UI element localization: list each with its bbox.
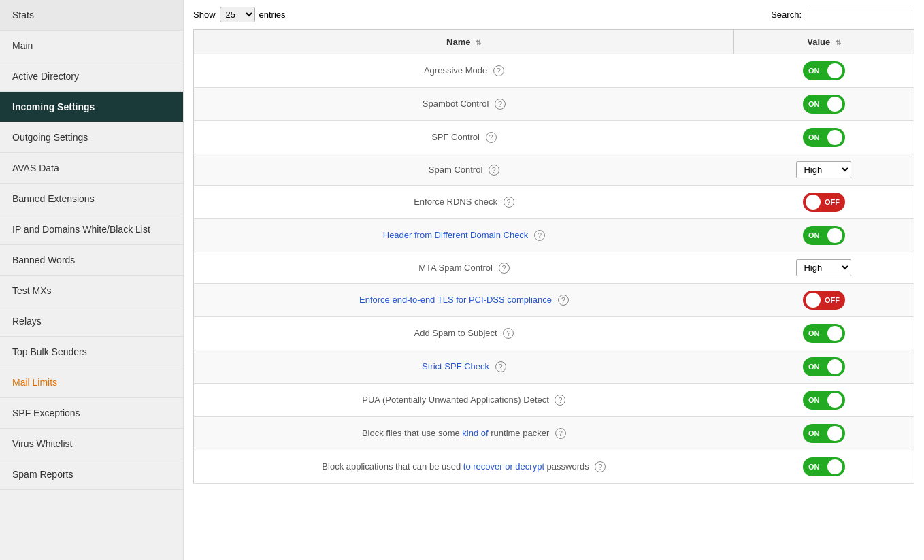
setting-label: Spam Control: [429, 165, 482, 175]
setting-name-enforce-rdns-check: Enforce RDNS check ?: [194, 186, 734, 219]
setting-label: Enforce end-to-end TLS for PCI-DSS compl…: [359, 295, 552, 305]
sidebar-item-active-directory[interactable]: Active Directory: [0, 61, 183, 92]
table-row: Agressive Mode ? ON: [194, 54, 914, 88]
help-icon[interactable]: ?: [493, 65, 504, 76]
help-icon[interactable]: ?: [499, 263, 510, 274]
toggle-circle: [827, 63, 842, 78]
value-select-mta-spam-control[interactable]: LowMediumHigh: [796, 259, 851, 276]
value-select-spam-control[interactable]: LowMediumHigh: [796, 161, 851, 178]
sidebar-item-incoming-settings[interactable]: Incoming Settings: [0, 92, 183, 122]
sidebar-item-relays[interactable]: Relays: [0, 306, 183, 337]
setting-value-enforce-tls-pci: OFF: [734, 284, 914, 317]
name-sort-arrows[interactable]: ⇅: [476, 39, 481, 46]
toggle-on-strict-spf-check[interactable]: ON: [803, 357, 845, 376]
setting-label: MTA Spam Control: [418, 263, 493, 273]
table-row: Spambot Control ? ON: [194, 88, 914, 121]
toggle-on-block-runtime-packer[interactable]: ON: [803, 424, 845, 443]
toggle-on-spf-control[interactable]: ON: [803, 128, 845, 147]
toggle-circle: [806, 195, 821, 210]
setting-label: Enforce RDNS check: [414, 197, 497, 207]
entries-select[interactable]: 102550100: [220, 7, 255, 22]
setting-name-spam-control: Spam Control ?: [194, 154, 734, 186]
sidebar-item-top-bulk-senders[interactable]: Top Bulk Senders: [0, 337, 183, 367]
toggle-label: ON: [808, 231, 820, 240]
search-input[interactable]: [806, 7, 914, 22]
sidebar-item-avas-data[interactable]: AVAS Data: [0, 153, 183, 184]
help-icon[interactable]: ?: [534, 230, 545, 241]
sidebar-item-test-mxs[interactable]: Test MXs: [0, 276, 183, 306]
table-row: Strict SPF Check ? ON: [194, 350, 914, 384]
show-label: Show: [193, 10, 216, 20]
toggle-circle: [827, 459, 842, 474]
value-column-header: Value ⇅: [734, 30, 914, 54]
toggle-circle: [827, 326, 842, 341]
toggle-off-enforce-tls-pci[interactable]: OFF: [803, 291, 845, 310]
toggle-off-enforce-rdns-check[interactable]: OFF: [803, 193, 845, 212]
table-row: Block files that use some kind of runtim…: [194, 417, 914, 450]
setting-label: Strict SPF Check: [422, 361, 489, 372]
sidebar-item-banned-extensions[interactable]: Banned Extensions: [0, 184, 183, 214]
sidebar-item-main[interactable]: Main: [0, 31, 183, 61]
toggle-circle: [806, 293, 821, 308]
toggle-label: ON: [808, 133, 820, 142]
table-row: Spam Control ?LowMediumHigh: [194, 154, 914, 186]
toggle-label: ON: [808, 329, 820, 337]
toggle-circle: [827, 130, 842, 145]
help-icon[interactable]: ?: [489, 165, 499, 176]
setting-value-enforce-rdns-check: OFF: [734, 186, 914, 219]
setting-value-block-runtime-packer: ON: [734, 417, 914, 450]
setting-label: Add Spam to Subject: [414, 328, 497, 338]
setting-name-pua-detect: PUA (Potentially Unwanted Applications) …: [194, 384, 734, 417]
show-entries-control: Show 102550100 entries: [193, 7, 286, 22]
setting-value-mta-spam-control: LowMediumHigh: [734, 252, 914, 284]
sidebar-item-stats[interactable]: Stats: [0, 0, 183, 31]
help-icon[interactable]: ?: [504, 197, 514, 208]
toggle-on-block-password-apps[interactable]: ON: [803, 457, 845, 476]
search-label: Search:: [771, 10, 802, 20]
toggle-on-add-spam-subject[interactable]: ON: [803, 324, 845, 343]
setting-name-aggressive-mode: Agressive Mode ?: [194, 54, 734, 88]
toggle-label: ON: [808, 429, 820, 438]
help-icon[interactable]: ?: [555, 395, 565, 406]
setting-value-strict-spf-check: ON: [734, 350, 914, 384]
table-row: MTA Spam Control ?LowMediumHigh: [194, 252, 914, 284]
toggle-on-aggressive-mode[interactable]: ON: [803, 61, 845, 80]
value-sort-arrows[interactable]: ⇅: [836, 39, 841, 46]
toggle-on-header-from-different-domain[interactable]: ON: [803, 226, 845, 245]
help-icon[interactable]: ?: [486, 132, 497, 143]
help-icon[interactable]: ?: [503, 328, 514, 339]
table-row: Header from Different Domain Check ? ON: [194, 219, 914, 252]
toggle-on-spambot-control[interactable]: ON: [803, 95, 845, 114]
help-icon[interactable]: ?: [558, 295, 569, 306]
sidebar-item-ip-domains-whitelist[interactable]: IP and Domains White/Black List: [0, 214, 183, 245]
setting-name-block-password-apps: Block applications that can be used to r…: [194, 450, 734, 484]
table-row: Enforce RDNS check ? OFF: [194, 186, 914, 219]
setting-value-spam-control: LowMediumHigh: [734, 154, 914, 186]
setting-name-enforce-tls-pci: Enforce end-to-end TLS for PCI-DSS compl…: [194, 284, 734, 317]
sidebar-item-spf-exceptions[interactable]: SPF Exceptions: [0, 398, 183, 429]
table-row: Add Spam to Subject ? ON: [194, 317, 914, 350]
table-row: SPF Control ? ON: [194, 121, 914, 154]
sidebar-item-banned-words[interactable]: Banned Words: [0, 245, 183, 276]
setting-name-spf-control: SPF Control ?: [194, 121, 734, 154]
toggle-circle: [827, 393, 842, 408]
setting-label: Spambot Control: [423, 99, 489, 109]
help-icon[interactable]: ?: [495, 99, 506, 110]
setting-value-pua-detect: ON: [734, 384, 914, 417]
sidebar-item-spam-reports[interactable]: Spam Reports: [0, 459, 183, 490]
setting-label: Block applications that can be used to r…: [322, 461, 589, 472]
sidebar-item-mail-limits[interactable]: Mail Limits: [0, 367, 183, 398]
setting-value-aggressive-mode: ON: [734, 54, 914, 88]
toggle-label: ON: [808, 363, 820, 371]
sidebar-item-virus-whitelist[interactable]: Virus Whitelist: [0, 429, 183, 459]
toggle-circle: [827, 228, 842, 243]
sidebar-item-outgoing-settings[interactable]: Outgoing Settings: [0, 122, 183, 153]
setting-name-spambot-control: Spambot Control ?: [194, 88, 734, 121]
sidebar: StatsMainActive DirectoryIncoming Settin…: [0, 0, 184, 560]
help-icon[interactable]: ?: [495, 361, 506, 372]
help-icon[interactable]: ?: [595, 461, 606, 472]
toggle-on-pua-detect[interactable]: ON: [803, 391, 845, 410]
table-row: Block applications that can be used to r…: [194, 450, 914, 484]
toggle-label: ON: [808, 67, 820, 75]
help-icon[interactable]: ?: [555, 428, 566, 439]
